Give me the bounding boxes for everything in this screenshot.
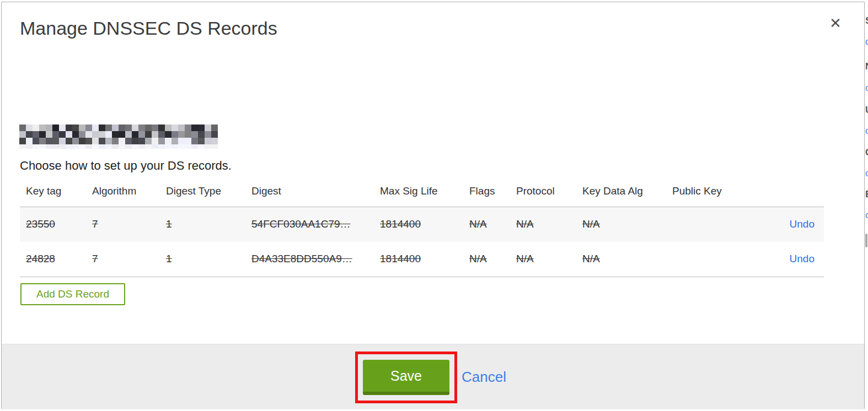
cell-protocol: N/A <box>516 218 582 230</box>
table-header-row: Key tag Algorithm Digest Type Digest Max… <box>20 183 824 207</box>
column-header-digest-type: Digest Type <box>166 185 251 197</box>
background-text-fragment: E <box>865 189 868 200</box>
column-header-algorithm: Algorithm <box>92 185 166 197</box>
undo-link[interactable]: Undo <box>790 253 815 264</box>
cell-max-sig-life: 1814400 <box>380 253 469 265</box>
background-text-fragment: d <box>865 36 868 47</box>
background-page-sliver: SdNoUoOoEc <box>865 0 868 411</box>
cell-algorithm: 7 <box>92 253 166 265</box>
column-header-flags: Flags <box>469 185 516 197</box>
column-header-public-key: Public Key <box>672 185 738 197</box>
background-text-fragment: c <box>865 210 868 221</box>
save-button[interactable]: Save <box>363 360 449 395</box>
cell-flags: N/A <box>469 253 516 265</box>
modal-footer: Save Cancel <box>2 344 864 409</box>
dnssec-ds-records-modal: Manage DNSSEC DS Records ✕ Choose how to… <box>1 2 865 409</box>
scrollbar-thumb[interactable] <box>865 234 867 247</box>
background-text-fragment: O <box>865 147 868 158</box>
cell-key-data-alg: N/A <box>582 218 672 230</box>
background-text-fragment: U <box>865 105 868 116</box>
cell-key-tag: 24828 <box>26 253 92 265</box>
redacted-domain-name <box>19 125 218 150</box>
modal-title: Manage DNSSEC DS Records <box>20 18 277 39</box>
cell-digest: 54FCF030AA1C79… <box>251 218 380 230</box>
column-header-protocol: Protocol <box>516 185 582 197</box>
cell-action: Undo <box>738 253 824 265</box>
cell-digest-type: 1 <box>166 253 251 265</box>
undo-link[interactable]: Undo <box>790 218 815 230</box>
cancel-link[interactable]: Cancel <box>462 369 506 386</box>
background-text-fragment: o <box>865 168 868 179</box>
column-header-key-data-alg: Key Data Alg <box>582 185 672 197</box>
table-row: 24828 7 1 D4A33E8DD550A9… 1814400 N/A N/… <box>20 242 824 277</box>
background-text-fragment: o <box>865 126 868 137</box>
cell-algorithm: 7 <box>92 218 166 230</box>
cell-digest: D4A33E8DD550A9… <box>251 253 380 265</box>
column-header-digest: Digest <box>251 185 380 197</box>
cell-protocol: N/A <box>516 253 582 265</box>
column-header-max-sig-life: Max Sig Life <box>380 185 469 197</box>
add-ds-record-button[interactable]: Add DS Record <box>20 283 125 305</box>
table-row: 23550 7 1 54FCF030AA1C79… 1814400 N/A N/… <box>20 207 824 242</box>
table-body: 23550 7 1 54FCF030AA1C79… 1814400 N/A N/… <box>20 207 824 277</box>
cell-key-data-alg: N/A <box>582 253 672 265</box>
ds-records-table: Key tag Algorithm Digest Type Digest Max… <box>20 183 824 277</box>
background-text-fragment: o <box>865 83 868 94</box>
background-text-fragment: N <box>865 61 868 72</box>
cell-action: Undo <box>738 218 824 230</box>
red-highlight-annotation: Save <box>355 351 457 403</box>
background-text-fragment: S <box>865 15 868 26</box>
cell-digest-type: 1 <box>166 218 251 230</box>
instruction-text: Choose how to set up your DS records. <box>20 159 232 173</box>
close-icon[interactable]: ✕ <box>826 13 845 33</box>
cell-key-tag: 23550 <box>26 218 92 230</box>
cell-max-sig-life: 1814400 <box>380 218 469 230</box>
column-header-key-tag: Key tag <box>26 185 92 197</box>
cell-flags: N/A <box>469 218 516 230</box>
